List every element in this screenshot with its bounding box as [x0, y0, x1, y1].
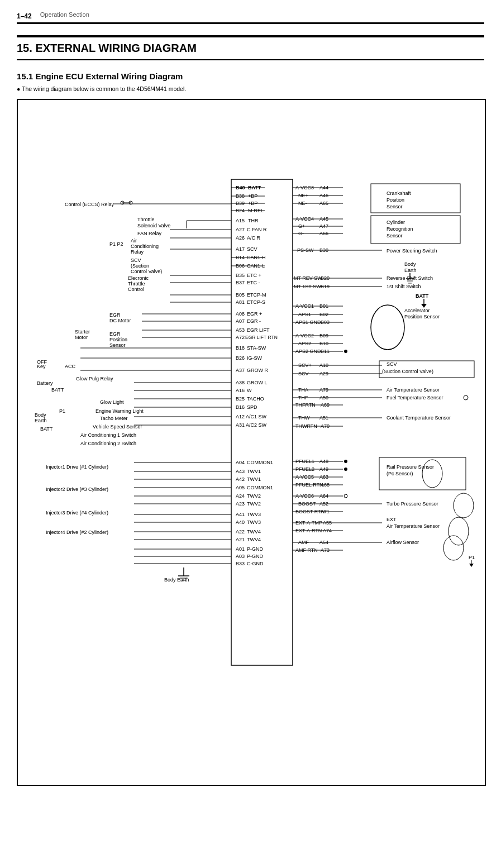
airflow-label: Airflow Sensor: [387, 540, 419, 545]
a03-label: A03: [236, 554, 245, 559]
twv4b-label: TWV4: [247, 537, 261, 542]
etcplus-label: ETC +: [247, 273, 261, 278]
a81-label: A81: [236, 299, 245, 305]
body-label: Body: [35, 412, 46, 418]
growr-label: GROW R: [247, 368, 268, 373]
inj3-label: Injector3 Drive (#4 Cylinder): [46, 510, 108, 516]
svg-point-80: [464, 395, 468, 400]
ac1sw-label: A/C1 SW: [246, 414, 267, 419]
page-number: 1–42: [17, 11, 32, 20]
scv-desc-label: (Suction: [131, 263, 149, 269]
svg-marker-66: [421, 304, 427, 308]
svg-point-74: [344, 350, 347, 353]
b16-label: B16: [236, 404, 245, 410]
a04-label: A04: [236, 460, 245, 465]
a42-label: A42: [236, 476, 245, 482]
battery-label: Battery: [37, 380, 53, 386]
dc-motor-label: DC Motor: [109, 318, 131, 323]
turbo-pressure-label: Turbo Pressure Sensor: [387, 501, 438, 507]
a37-label: A37: [236, 368, 245, 373]
throttle-solenoid-label: Throttle: [137, 217, 155, 222]
acc-pos-label: Accelerator: [404, 308, 430, 313]
egr-label: EGR: [109, 312, 121, 318]
ac1-switch-label: Air Conditioning 1 Switch: [80, 432, 136, 438]
b05-label: B05: [236, 292, 245, 298]
glow-light-label: Glow Light: [100, 399, 124, 405]
a17-label: A17: [236, 246, 245, 252]
a53-label: A53: [236, 327, 245, 333]
tacho-meter-label: Tacho Meter: [100, 416, 128, 421]
relay-label: Relay: [131, 249, 144, 255]
tacho-label: TACHO: [247, 396, 264, 402]
crankshaft-label: Crankshaft: [387, 190, 411, 196]
p1-right-label: P1: [469, 555, 475, 560]
control-label: Control: [128, 287, 144, 292]
etcpm-label: ETCP-M: [247, 292, 266, 298]
starter-motor-label2: Motor: [75, 335, 88, 340]
twv4a-label: TWV4: [247, 529, 261, 535]
coolant-temp-label: Coolant Temperature Sensor: [387, 415, 451, 421]
w-label: W: [247, 388, 252, 393]
cfanr-label: C FAN R: [247, 227, 267, 232]
growl-label: GROW L: [247, 380, 268, 385]
batt-left-label: BATT: [51, 387, 64, 393]
inj2-label: Injector2 Drive (#3 Cylinder): [46, 487, 108, 492]
egrlrtn-label: EGR LIFT RTN: [245, 335, 278, 340]
twv2a-label: TWV2: [247, 493, 261, 499]
a22-label: A22: [236, 529, 245, 535]
igsw-label: IG-SW: [247, 355, 263, 361]
air-temp-sensor-right: Air Temperature Sensor: [387, 523, 440, 529]
etcps-label: ETCP-S: [247, 299, 265, 305]
starter-motor-label: Starter: [75, 329, 90, 335]
svg-marker-104: [469, 564, 474, 567]
a12-label: A12: [236, 414, 245, 419]
eccs-relay-label: Control (ECCS) Relay: [65, 202, 114, 207]
twv1b-label: TWV1: [247, 476, 261, 482]
b33-label: B33: [236, 561, 245, 566]
acr-label: A/C R: [247, 235, 261, 241]
p1p2-label: P1 P2: [109, 241, 123, 247]
a40-label: A40: [236, 519, 245, 525]
svg-point-93: [344, 494, 347, 498]
a43-label: A43: [236, 469, 245, 474]
twv1a-label: TWV1: [247, 469, 261, 474]
svg-point-87: [344, 468, 347, 471]
scv2-label: SCV: [247, 246, 257, 252]
a21-label: A21: [236, 537, 245, 542]
position-sensor-label: Position: [387, 197, 404, 203]
spd-label: SPD: [247, 404, 257, 410]
a31-label: A31: [236, 422, 245, 428]
egrminus-label: EGR -: [247, 318, 261, 324]
cgnd-label: C-GND: [247, 561, 264, 566]
throttle-solenoid-label2: Solenoid Valve: [137, 223, 170, 228]
air-temp-label: Air Temperature Sensor: [387, 387, 440, 393]
a05-label: A05: [236, 485, 245, 490]
page-header: 1–42 Operation Section: [17, 11, 484, 24]
batt-right-label: BATT: [416, 293, 429, 299]
egr-pos-label: EGR: [109, 331, 121, 337]
ac2sw-label: A/C2 SW: [246, 422, 267, 428]
chapter-title: 15. EXTERNAL WIRING DIAGRAM: [17, 42, 484, 55]
fan-relay-label: FAN Relay: [137, 231, 162, 236]
diagram-svg: Control (ECCS) Relay B40 BATT B38 +BP B3…: [25, 107, 483, 777]
a07-label: A07: [236, 318, 245, 324]
conditioning-label: Conditioning: [131, 244, 159, 249]
a15-label: A15: [236, 218, 245, 223]
svg-point-101: [443, 536, 464, 560]
b18-label: B18: [236, 345, 245, 351]
section-heading: 15.1 Engine ECU External Wiring Diagram: [17, 71, 484, 81]
a16-label: A16: [236, 388, 245, 393]
position-sensor-acc: Position Sensor: [404, 314, 440, 319]
a38-label: A38: [236, 380, 245, 385]
inj1-label: Injector1 Drive (#1 Cylinder): [46, 464, 108, 470]
inj4-label: Injector4 Drive (#2 Cylinder): [46, 530, 108, 535]
batt-left2-label: BATT: [40, 426, 53, 432]
a23-label: A23: [236, 501, 245, 507]
position-label: Position: [109, 337, 127, 342]
rail-pressure-label: Rail Pressure Sensor: [387, 464, 434, 470]
cylinder-label: Cylinder: [387, 220, 405, 225]
egrlift-label: EGR LIFT: [247, 327, 270, 333]
b26-label: B26: [236, 355, 245, 361]
ext-label: EXT: [387, 517, 397, 522]
body-earth-right: Body: [404, 261, 416, 267]
